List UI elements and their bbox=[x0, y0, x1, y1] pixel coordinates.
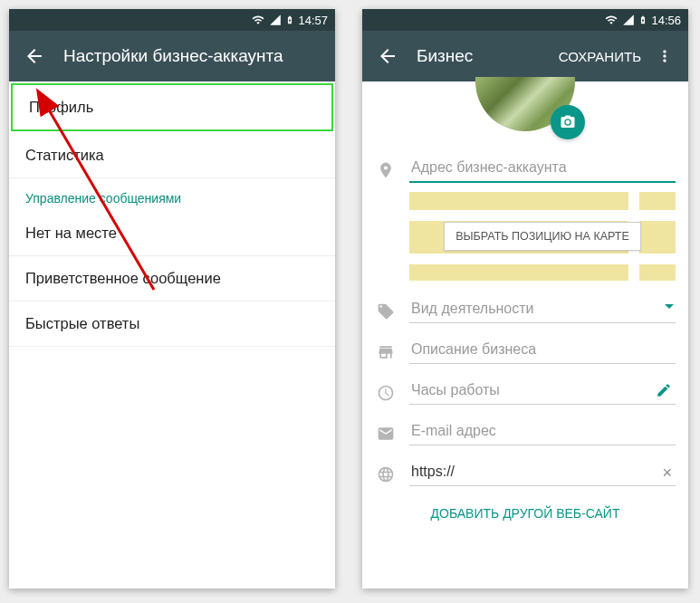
row-hours bbox=[362, 368, 688, 408]
change-photo-button[interactable] bbox=[551, 105, 585, 139]
arrow-back-icon bbox=[24, 45, 45, 67]
section-header-messages: Управление сообщениями bbox=[9, 178, 335, 211]
wifi-icon bbox=[251, 14, 265, 26]
back-button[interactable] bbox=[369, 38, 406, 74]
signal-icon bbox=[269, 14, 282, 26]
menu-item-greeting[interactable]: Приветственное сообщение bbox=[9, 256, 335, 302]
wifi-icon bbox=[604, 14, 618, 26]
address-input[interactable] bbox=[409, 152, 676, 183]
menu-item-quick-replies[interactable]: Быстрые ответы bbox=[9, 302, 335, 347]
select-on-map-button[interactable]: ВЫБРАТЬ ПОЗИЦИЮ НА КАРТЕ bbox=[444, 222, 641, 251]
tag-icon bbox=[375, 293, 397, 321]
phone-settings: 14:57 Настройки бизнес-аккаунта Профиль … bbox=[9, 9, 335, 589]
menu-item-stats[interactable]: Статистика bbox=[9, 133, 335, 178]
battery-icon bbox=[285, 13, 294, 27]
description-field[interactable] bbox=[409, 334, 676, 364]
clear-website-button[interactable]: × bbox=[662, 464, 672, 483]
app-bar: Бизнес СОХРАНИТЬ bbox=[362, 31, 688, 81]
appbar-title: Настройки бизнес-аккаунта bbox=[63, 46, 328, 66]
battery-icon bbox=[638, 13, 647, 27]
camera-icon bbox=[560, 114, 576, 130]
globe-icon bbox=[375, 456, 397, 483]
row-description bbox=[362, 327, 688, 368]
address-field[interactable] bbox=[409, 152, 676, 183]
hours-input[interactable] bbox=[409, 375, 676, 405]
status-bar: 14:56 bbox=[362, 9, 688, 31]
status-time: 14:56 bbox=[651, 14, 681, 27]
row-category bbox=[362, 286, 688, 327]
menu-item-away[interactable]: Нет на месте bbox=[9, 211, 335, 256]
chevron-down-icon bbox=[665, 304, 674, 309]
arrow-back-icon bbox=[377, 45, 398, 67]
pencil-icon bbox=[656, 382, 672, 398]
status-bar: 14:57 bbox=[9, 9, 335, 31]
email-icon bbox=[375, 416, 397, 443]
phone-business-profile: 14:56 Бизнес СОХРАНИТЬ ВЫБРАТЬ ПОЗИЦИЮ Н… bbox=[362, 9, 688, 589]
location-icon bbox=[375, 152, 397, 179]
row-email bbox=[362, 408, 688, 449]
add-website-button[interactable]: ДОБАВИТЬ ДРУГОЙ ВЕБ-САЙТ bbox=[362, 490, 688, 537]
category-input[interactable] bbox=[409, 293, 676, 323]
status-time: 14:57 bbox=[298, 14, 328, 27]
app-bar: Настройки бизнес-аккаунта bbox=[9, 31, 335, 81]
category-field[interactable] bbox=[409, 293, 676, 323]
signal-icon bbox=[622, 14, 635, 26]
row-address bbox=[362, 145, 688, 187]
edit-hours-button[interactable] bbox=[656, 382, 672, 402]
website-input[interactable] bbox=[409, 456, 676, 486]
save-button[interactable]: СОХРАНИТЬ bbox=[551, 49, 648, 64]
store-icon bbox=[375, 334, 397, 361]
email-field[interactable] bbox=[409, 416, 676, 445]
avatar-section bbox=[362, 81, 688, 145]
menu-item-profile[interactable]: Профиль bbox=[13, 85, 331, 129]
map-preview[interactable]: ВЫБРАТЬ ПОЗИЦИЮ НА КАРТЕ bbox=[409, 192, 676, 281]
email-input[interactable] bbox=[409, 416, 676, 445]
hours-field[interactable] bbox=[409, 375, 676, 405]
more-vert-icon bbox=[656, 47, 674, 65]
row-website: × bbox=[362, 449, 688, 490]
description-input[interactable] bbox=[409, 334, 676, 364]
more-button[interactable] bbox=[648, 40, 681, 72]
clock-icon bbox=[375, 375, 397, 402]
website-field[interactable]: × bbox=[409, 456, 676, 486]
highlight-annotation: Профиль bbox=[11, 83, 333, 131]
appbar-title: Бизнес bbox=[417, 46, 551, 66]
back-button[interactable] bbox=[16, 38, 53, 74]
